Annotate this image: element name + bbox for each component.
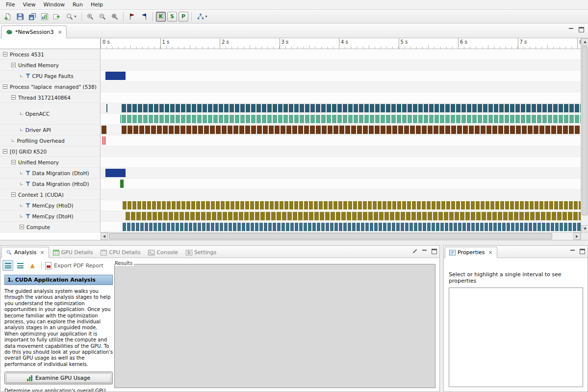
interval-band[interactable]	[122, 104, 581, 112]
timeline-row-label[interactable]: ∟MemCpy (HtoD)	[0, 200, 101, 211]
close-icon[interactable]: ×	[40, 249, 44, 256]
timeline-interval[interactable]	[104, 136, 105, 145]
horizontal-scroll-thumb[interactable]	[109, 233, 552, 239]
tab-newsession3[interactable]: *NewSession3 ×	[1, 26, 67, 38]
menu-window[interactable]: Window	[40, 0, 69, 9]
tab-gpu-details[interactable]: GPU Details	[49, 247, 97, 258]
timeline-row-label[interactable]: ∟OpenACC	[0, 103, 101, 125]
timeline-interval[interactable]	[120, 115, 121, 123]
minimize-button[interactable]	[570, 249, 575, 254]
timeline-row-label[interactable]: ∟CPU Page Faults	[0, 71, 101, 81]
timeline-track[interactable]	[101, 200, 581, 211]
timeline-row-label[interactable]: ∟MemCpy (DtoH)	[0, 211, 101, 222]
collapse-icon[interactable]	[11, 192, 16, 197]
timeline-track[interactable]	[101, 125, 581, 135]
interval-band[interactable]	[122, 115, 581, 123]
timeline-row-label[interactable]: Thread 3172140864	[0, 92, 101, 103]
timeline-track[interactable]	[101, 92, 581, 103]
timeline-track[interactable]	[101, 146, 581, 157]
timeline-interval[interactable]	[102, 126, 106, 134]
guided-analysis-button[interactable]	[2, 260, 13, 271]
collapse-icon[interactable]	[3, 52, 7, 56]
timeline-track[interactable]	[101, 135, 581, 146]
menu-view[interactable]: View	[19, 0, 39, 9]
vertical-scrollbar[interactable]	[581, 38, 588, 233]
timeline-interval[interactable]	[105, 169, 126, 177]
vertical-scroll-thumb[interactable]	[582, 46, 588, 215]
filter-icon[interactable]	[26, 214, 30, 219]
collapse-icon[interactable]	[3, 84, 7, 89]
timeline-row-label[interactable]: Compute	[0, 222, 101, 233]
interval-band[interactable]	[123, 201, 581, 209]
timeline-track[interactable]	[101, 49, 581, 60]
timeline-interval[interactable]	[105, 72, 126, 80]
filter-icon[interactable]	[26, 182, 30, 186]
tab-cpu-details[interactable]: CPU Details	[97, 247, 144, 258]
menu-run[interactable]: Run	[69, 0, 87, 9]
timeline-row-label[interactable]: ∟Driver API	[0, 125, 101, 135]
filter-icon[interactable]	[26, 203, 30, 208]
save-all-button[interactable]	[26, 11, 38, 23]
timeline-interval[interactable]	[106, 104, 107, 112]
timeline-track[interactable]	[101, 114, 581, 125]
search-menu-button[interactable]: ▾	[63, 11, 79, 23]
minimize-button[interactable]	[422, 249, 427, 254]
view-menu-icon[interactable]	[412, 249, 417, 254]
zoom-out-button[interactable]	[97, 11, 108, 23]
timeline-track[interactable]	[101, 211, 581, 222]
timeline-track[interactable]	[101, 71, 581, 81]
new-session-button[interactable]	[2, 11, 14, 23]
filter-icon[interactable]	[26, 74, 30, 78]
menu-file[interactable]: File	[2, 0, 19, 9]
timeline-row-label[interactable]: ∟Data Migration (HtoD)	[0, 179, 101, 189]
timeline-track[interactable]	[101, 157, 581, 168]
analysis-wizard-button[interactable]: ▾	[194, 11, 210, 23]
timeline-row-label[interactable]: Unified Memory	[0, 157, 101, 168]
collapse-icon[interactable]	[11, 95, 16, 100]
zoom-in-button[interactable]	[84, 11, 96, 23]
export-button[interactable]	[51, 11, 63, 23]
maximize-button[interactable]	[580, 249, 585, 254]
tab-console[interactable]: Console	[144, 247, 182, 258]
timeline-row-label[interactable]: ∟Profiling Overhead	[0, 135, 101, 146]
kernel-toggle-button[interactable]: K	[156, 12, 166, 22]
timeline-interval[interactable]	[102, 136, 103, 145]
scroll-right-button[interactable]	[573, 233, 581, 240]
collapse-icon[interactable]	[11, 63, 16, 67]
timeline-interval[interactable]	[120, 180, 124, 188]
vertical-sash[interactable]	[440, 245, 443, 392]
timeline-row-label[interactable]: Unified Memory	[0, 60, 101, 71]
scroll-up-button[interactable]	[581, 38, 588, 46]
timeline-row-label[interactable]: Process "laplace_managed" (538)	[0, 81, 101, 92]
zoom-fit-button[interactable]	[109, 11, 121, 23]
profile-chart-button[interactable]	[39, 11, 51, 23]
prev-marker-button[interactable]	[138, 11, 150, 23]
tab-properties[interactable]: Properties ×	[445, 247, 497, 258]
filter-icon[interactable]	[26, 171, 30, 176]
menu-help[interactable]: Help	[87, 0, 107, 9]
save-button[interactable]	[14, 11, 26, 23]
process-toggle-button[interactable]: P	[179, 12, 188, 22]
back-button[interactable]: ▲	[27, 260, 38, 271]
scroll-down-button[interactable]	[581, 225, 588, 233]
horizontal-sash[interactable]	[0, 240, 588, 245]
interval-band[interactable]	[126, 212, 581, 220]
maximize-button[interactable]	[579, 27, 584, 32]
close-icon[interactable]: ×	[488, 249, 493, 256]
interval-band[interactable]	[122, 126, 581, 134]
scroll-left-button[interactable]	[101, 233, 108, 240]
minimize-button[interactable]	[568, 27, 574, 32]
examine-gpu-usage-button[interactable]: Examine GPU Usage	[4, 372, 113, 384]
stream-toggle-button[interactable]: S	[167, 12, 177, 22]
collapse-icon[interactable]	[20, 225, 24, 229]
timeline-track[interactable]	[101, 222, 581, 233]
timeline-track[interactable]	[101, 168, 581, 179]
interval-band[interactable]	[123, 223, 581, 231]
collapse-icon[interactable]	[11, 160, 16, 164]
timeline-row-label[interactable]: Process 4531	[0, 49, 101, 60]
next-marker-button[interactable]	[126, 11, 138, 23]
collapse-icon[interactable]	[3, 149, 7, 154]
timeline-track[interactable]	[101, 179, 581, 189]
tab-analysis[interactable]: Analysis ×	[1, 247, 49, 258]
timeline-row-label[interactable]: [0] GRID K520	[0, 146, 101, 157]
